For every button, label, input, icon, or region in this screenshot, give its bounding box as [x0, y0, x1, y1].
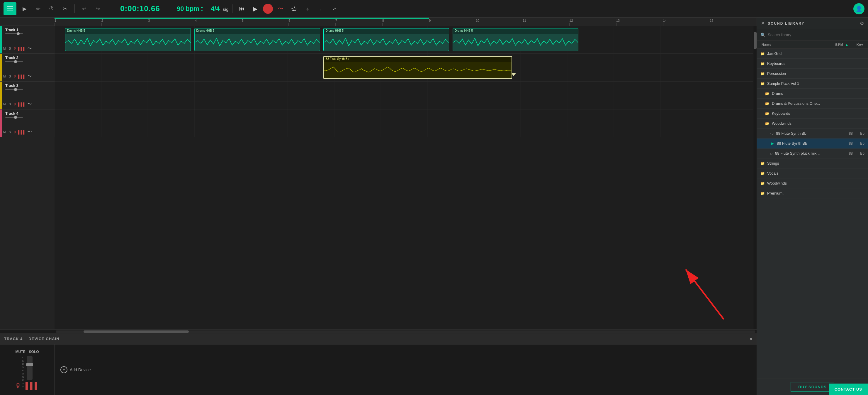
- clip-t1-1[interactable]: Drums HHB 5: [65, 28, 191, 51]
- toolbar-right: 👤: [854, 3, 865, 15]
- solo-3[interactable]: S: [8, 103, 12, 106]
- select-tool-button[interactable]: ▶: [19, 3, 30, 15]
- solo-button[interactable]: SOLO: [29, 350, 39, 354]
- track-vol-4[interactable]: [5, 117, 23, 118]
- mute-button[interactable]: MUTE: [15, 350, 25, 354]
- sl-item-flute-bb-active[interactable]: ▶88 Flute Synth Bb88Bb: [757, 139, 868, 148]
- search-input[interactable]: [768, 33, 865, 37]
- play-btn-flute-bb-active[interactable]: ▶: [770, 141, 775, 146]
- mute-1[interactable]: M: [2, 47, 6, 51]
- eq-icon-4: ▌▌▌: [18, 130, 26, 134]
- add-device-button[interactable]: + Add Device: [60, 366, 91, 373]
- device-chain-close-button[interactable]: ×: [749, 336, 752, 342]
- timeline-marker-5: 5: [242, 19, 244, 22]
- sl-item-vocals[interactable]: 📁Vocals: [757, 168, 868, 178]
- sl-item-name-keyboards-top: Keyboards: [767, 61, 865, 66]
- clip-t1-2[interactable]: Drums HHB 5: [194, 28, 320, 51]
- track-vol-2[interactable]: [5, 61, 23, 62]
- play-button[interactable]: ▶: [249, 3, 261, 15]
- track-vol-1[interactable]: [5, 33, 23, 34]
- pencil-tool-button[interactable]: ✏: [32, 3, 44, 15]
- track-vol-3[interactable]: [5, 89, 23, 90]
- mic-icon: 🎙: [15, 382, 22, 390]
- sl-item-premium[interactable]: 📁Premium...: [757, 189, 868, 198]
- sl-item-flute-pluck[interactable]: ♪♪88 Flute Synth pluck mix...88Bb: [757, 148, 868, 159]
- solo-1[interactable]: S: [8, 47, 12, 51]
- sound-library-settings-button[interactable]: ⚙: [860, 21, 864, 26]
- clip-t1-4[interactable]: Drums HHB 5: [453, 28, 578, 51]
- volume-fader[interactable]: [27, 356, 33, 380]
- transport-group: ⏮ ▶ 〜 ⮔ ⏚ ♩ ⤢: [236, 3, 340, 15]
- sl-item-bpm-flute-bb-active: 88: [838, 141, 853, 146]
- clip-t1-1-wave: [65, 34, 190, 51]
- scrollbar-thumb[interactable]: [84, 331, 188, 333]
- sl-item-jamgrid[interactable]: 📁JamGrid: [757, 49, 868, 59]
- redo-button[interactable]: ↪: [92, 3, 103, 15]
- track-name-4: Track 4: [5, 111, 52, 116]
- solo-2[interactable]: S: [8, 75, 12, 78]
- sl-item-strings[interactable]: 📁Strings: [757, 159, 868, 168]
- sl-item-name-percussion: Percussion: [767, 71, 865, 76]
- contact-us-button[interactable]: CONTACT US: [829, 384, 868, 395]
- clip-t1-3[interactable]: Drums HHB 5: [323, 28, 449, 51]
- record-button[interactable]: [263, 4, 273, 14]
- sl-item-woodwinds-sub[interactable]: 📂Woodwinds: [757, 118, 868, 129]
- sl-item-name-flute-bb-inactive: 88 Flute Synth Bb: [776, 131, 838, 136]
- track-color-bar-1: [0, 26, 2, 53]
- automation-button[interactable]: 〜: [275, 3, 286, 15]
- clock-tool-button[interactable]: ⏱: [46, 3, 58, 15]
- sl-item-sample-pack[interactable]: 📁Sample Pack Vol 1: [757, 79, 868, 89]
- scrollbar-track[interactable]: [56, 331, 755, 333]
- share-button[interactable]: ⤢: [329, 3, 340, 15]
- sl-item-icon-percussion: 📁: [761, 72, 765, 76]
- loop-button[interactable]: ⮔: [288, 3, 300, 15]
- track-row-2: 88 Flute Synth Bb: [55, 54, 753, 82]
- timeline-marker-6: 6: [288, 19, 290, 22]
- track-label-2: Track 2 M S 🎙 ▌▌▌ 〜: [0, 54, 55, 82]
- track-name-3: Track 3: [5, 83, 52, 88]
- add-device-plus-icon: +: [60, 366, 67, 373]
- track-row-3: [55, 82, 753, 110]
- sl-item-drums-perc[interactable]: 📂Drums & Percussions One...: [757, 98, 868, 109]
- tempo-button[interactable]: ⏚: [302, 3, 313, 15]
- sl-item-name-flute-pluck: 88 Flute Synth pluck mix...: [775, 151, 838, 156]
- search-icon: 🔍: [761, 33, 766, 37]
- track-controls-4: M S 🎙 ▌▌▌ 〜: [2, 129, 52, 135]
- sig-label: sig: [223, 7, 229, 12]
- device-chain-content: + Add Device: [55, 344, 756, 395]
- track-name-1: Track 1: [5, 28, 52, 32]
- avatar[interactable]: 👤: [854, 3, 865, 15]
- vertical-scrollbar[interactable]: [753, 26, 756, 329]
- bpm-arrows[interactable]: ▲▼: [200, 5, 204, 12]
- sl-item-woodwinds[interactable]: 📁Woodwinds: [757, 178, 868, 189]
- sl-item-drums[interactable]: 📂Drums: [757, 89, 868, 98]
- timeline-marker-1: 1: [55, 19, 56, 22]
- h-scrollbar[interactable]: [0, 329, 756, 333]
- metronome-button[interactable]: ♩: [315, 3, 327, 15]
- separator-5: [232, 4, 232, 13]
- sl-item-icon-jamgrid: 📁: [761, 52, 765, 56]
- sl-item-percussion[interactable]: 📁Percussion: [757, 69, 868, 79]
- menu-button[interactable]: [3, 2, 17, 15]
- mute-4[interactable]: M: [2, 130, 6, 134]
- col-bpm-header[interactable]: BPM ▲: [831, 43, 849, 46]
- clip-t2-1[interactable]: 88 Flute Synth Bb: [323, 56, 512, 79]
- sl-item-flute-bb-inactive[interactable]: - ♪88 Flute Synth Bb88Bb: [757, 129, 868, 139]
- sl-item-keyboards-top[interactable]: 📁Keyboards: [757, 59, 868, 69]
- sl-item-name-drums-perc: Drums & Percussions One...: [772, 101, 865, 106]
- sl-item-icon-flute-pluck: ♪♪: [770, 151, 773, 156]
- clip-t1-2-wave: [195, 34, 320, 51]
- sl-item-keyboards-sub[interactable]: 📂Keyboards: [757, 109, 868, 118]
- scissors-tool-button[interactable]: ✂: [59, 3, 71, 15]
- solo-4[interactable]: S: [8, 130, 12, 134]
- track-color-bar-3: [0, 82, 2, 109]
- mute-2[interactable]: M: [2, 75, 6, 78]
- sound-library-close-button[interactable]: ✕: [761, 21, 765, 26]
- go-start-button[interactable]: ⏮: [236, 3, 248, 15]
- buy-sounds-button[interactable]: BUY SOUNDS: [790, 382, 834, 392]
- mute-3[interactable]: M: [2, 103, 6, 106]
- undo-button[interactable]: ↩: [78, 3, 90, 15]
- fader-thumb: [26, 363, 33, 366]
- fader-section: 8121824303642485464: [22, 356, 33, 380]
- wave-icon-3: 〜: [27, 101, 32, 107]
